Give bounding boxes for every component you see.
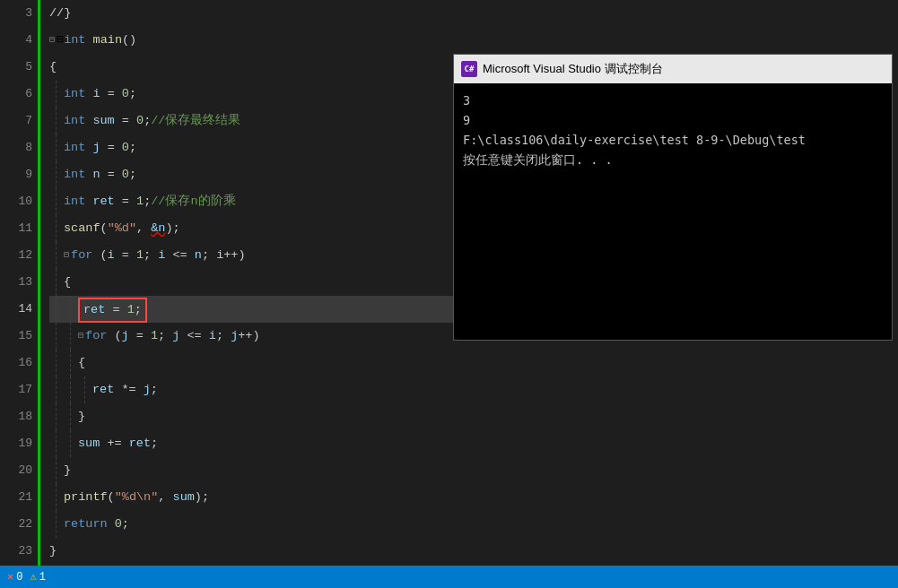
- token: [85, 108, 92, 134]
- console-body: 39F:\class106\daily-exercise\test 8-9-\D…: [454, 83, 892, 340]
- token: <=: [179, 323, 208, 350]
- token: ,: [158, 484, 165, 511]
- line-number: 11: [18, 215, 32, 242]
- token: }: [64, 457, 71, 484]
- token: {: [49, 54, 57, 81]
- line-number: 3: [25, 0, 32, 27]
- token: i: [216, 242, 223, 269]
- token: j: [172, 323, 179, 350]
- indent-guide: [49, 376, 64, 404]
- line-number: 18: [18, 403, 32, 430]
- token: 0: [122, 134, 129, 161]
- indent-guide: [49, 430, 64, 458]
- token: ;: [144, 242, 151, 269]
- code-line: //}: [49, 0, 475, 27]
- token: =: [129, 323, 151, 350]
- collapse-icon[interactable]: ⊟: [64, 242, 69, 269]
- status-bar: ✕ 0 ⚠ 1: [0, 566, 898, 588]
- code-line: printf("%d\n", sum);: [49, 484, 475, 511]
- line-number: 22: [18, 511, 32, 538]
- line-number: 23: [18, 538, 32, 565]
- token: ret: [92, 188, 114, 215]
- token: ;: [129, 134, 136, 161]
- token: i: [92, 81, 100, 108]
- code-line: }: [49, 403, 475, 430]
- code-line: scanf("%d", &n);: [49, 215, 475, 242]
- token: ;: [135, 303, 142, 316]
- indent-guide: [49, 81, 64, 108]
- vs-icon: C#: [461, 61, 477, 77]
- token: printf: [64, 484, 108, 511]
- token: int: [64, 81, 85, 108]
- token: );: [165, 215, 179, 242]
- indent-guide: [49, 457, 64, 485]
- code-line: int j = 0;: [49, 134, 475, 161]
- token: for: [71, 242, 92, 269]
- console-window: C# Microsoft Visual Studio 调试控制台 39F:\cl…: [453, 54, 893, 341]
- code-line: {: [49, 54, 475, 81]
- token: =: [105, 303, 126, 316]
- code-line: ⊟for (i = 1; i <= n; i++): [49, 242, 475, 269]
- token: j: [92, 134, 100, 161]
- token: int: [64, 108, 85, 134]
- line-number: 20: [18, 457, 32, 484]
- console-title: Microsoft Visual Studio 调试控制台: [483, 61, 885, 77]
- code-line: ⊟for (j = 1; j <= i; j++): [49, 323, 475, 350]
- token: =: [100, 161, 122, 188]
- token: <=: [165, 242, 194, 269]
- token: ;: [122, 511, 129, 538]
- token: [85, 161, 92, 188]
- console-output-line: 按任意键关闭此窗口. . .: [463, 150, 883, 169]
- code-editor: 34567891011121314151617181920212223 //}⊟…: [0, 0, 475, 588]
- token: (: [92, 242, 107, 269]
- token: [108, 511, 115, 538]
- token: //保存n的阶乘: [151, 188, 235, 215]
- code-line: }: [49, 457, 475, 484]
- token: main: [93, 27, 122, 54]
- token: int: [64, 161, 85, 188]
- line-number: 17: [18, 376, 32, 403]
- indent-guide: [49, 511, 64, 539]
- token: i: [209, 323, 216, 350]
- token: (: [108, 484, 115, 511]
- line-number: 7: [25, 108, 32, 134]
- collapse-icon[interactable]: ⊟: [49, 27, 55, 54]
- token: }: [78, 403, 85, 430]
- token: }: [49, 538, 57, 565]
- token: 0: [136, 108, 144, 134]
- indent-guide: [64, 323, 78, 350]
- token: ;: [216, 323, 223, 350]
- line-number: 4: [25, 27, 32, 54]
- token: int: [64, 188, 85, 215]
- code-line: int i = 0;: [49, 81, 475, 108]
- token-squiggle: &n: [151, 215, 165, 242]
- indent-guide: [49, 108, 64, 135]
- token: 1: [136, 242, 144, 269]
- code-line: int n = 0;: [49, 161, 475, 188]
- token: "%d\n": [115, 484, 159, 511]
- indent-guide: [64, 296, 78, 324]
- token: ;: [158, 323, 165, 350]
- line-number: 16: [18, 350, 32, 376]
- indent-guide: [49, 188, 64, 216]
- token: n: [195, 242, 202, 269]
- token: =: [100, 134, 122, 161]
- token: ;: [202, 242, 209, 269]
- token: ;: [129, 81, 136, 108]
- token: [85, 134, 92, 161]
- token: [165, 323, 172, 350]
- line-number: 21: [18, 484, 32, 511]
- token: ++): [223, 242, 245, 269]
- token: j: [122, 323, 129, 350]
- token: [85, 27, 92, 54]
- indent-guide: [49, 161, 64, 189]
- token: [223, 323, 231, 350]
- token: ;: [129, 161, 136, 188]
- token: sum: [78, 430, 100, 457]
- token: ++): [238, 323, 259, 350]
- indent-guide: [49, 215, 64, 243]
- collapse-icon[interactable]: ⊟: [78, 323, 83, 350]
- token: *=: [114, 376, 143, 403]
- code-area[interactable]: //}⊟⊟int main(){int i = 0;int sum = 0;//…: [40, 0, 475, 588]
- indent-guide: [49, 134, 64, 162]
